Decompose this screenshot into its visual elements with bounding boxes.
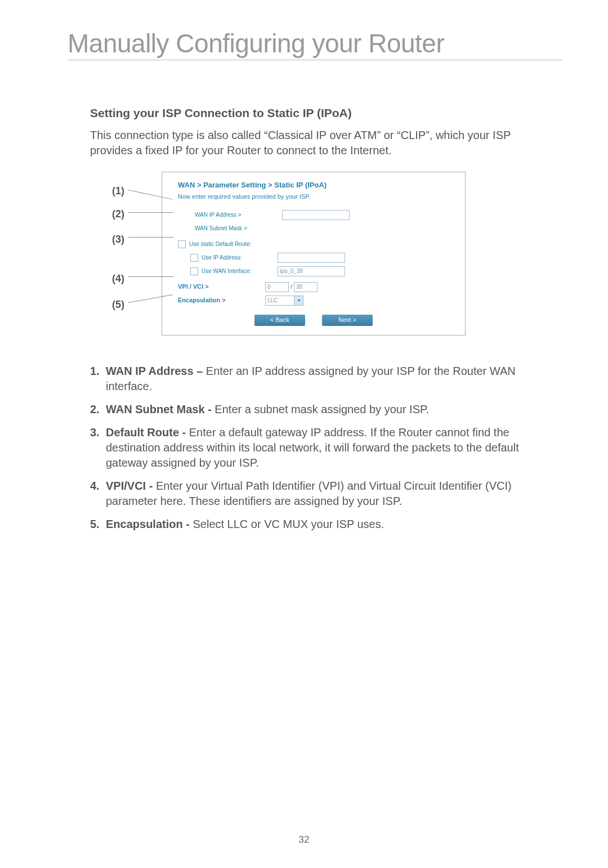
vci-input[interactable]: 38 [294,282,318,292]
document-page: Manually Configuring your Router Setting… [0,0,608,868]
label-encap: Encapsulation > [178,296,265,305]
list-item: 4. VPI/VCI - Enter your Virtual Path Ide… [90,478,546,509]
checkbox-use-ip[interactable] [190,254,198,262]
list-item-title: WAN IP Address – [106,365,206,377]
content-body: Setting your ISP Connection to Static IP… [90,105,546,532]
label-use-wan-if: Use WAN Interface: [178,267,278,275]
list-item-title: WAN Subnet Mask - [106,403,214,415]
router-settings-panel: WAN > Parameter Setting > Static IP (IPo… [162,172,466,335]
callout-5: (5) [112,298,124,311]
section-heading: Setting your ISP Connection to Static IP… [90,105,546,121]
list-item: 3. Default Route - Enter a default gatew… [90,425,546,471]
row-vpi-vci: VPI / VCI > 0 / 38 [178,281,449,293]
use-ip-input[interactable] [278,253,345,263]
callout-1: (1) [112,184,124,198]
callout-line [128,276,173,277]
vpi-input[interactable]: 0 [265,282,289,292]
list-number: 1. [90,364,106,394]
list-item-title: Default Route - [106,426,189,439]
label-subnet: WAN Subnet Mask > [178,225,282,232]
list-item-title: Encapsulation - [106,518,193,530]
callout-4: (4) [112,272,124,285]
list-item: 1. WAN IP Address – Enter an IP address … [90,364,546,394]
row-wan-ip: WAN IP Address > [178,209,449,221]
section-text: This connection type is also called “Cla… [90,128,546,158]
row-static-route: Use static Default Route: [178,238,449,250]
row-subnet: WAN Subnet Mask > [178,222,449,235]
list-item-title: VPI/VCI - [106,480,156,492]
label-use-ip-text: Use IP Address: [202,254,242,262]
list-number: 2. [90,402,106,417]
page-number: 32 [0,834,608,845]
label-vpi-vci: VPI / VCI > [178,283,265,291]
back-button[interactable]: < Back [254,315,305,326]
encapsulation-select[interactable]: LLC [265,296,303,306]
divider [68,60,563,60]
list-number: 3. [90,425,106,471]
list-number: 5. [90,517,106,532]
callout-3: (3) [112,232,124,246]
list-item: 2. WAN Subnet Mask - Enter a subnet mask… [90,402,546,417]
wan-interface-input[interactable]: ipa_0_38 [278,266,345,276]
label-static-route-text: Use static Default Route: [189,240,252,248]
slash-separator: / [290,283,292,291]
row-use-ip: Use IP Address: [178,252,449,264]
button-row: < Back Next > [178,315,449,326]
row-encap: Encapsulation > LLC [178,294,449,307]
list-item-body: Enter a subnet mask assigned by your ISP… [214,403,429,415]
label-use-wan-if-text: Use WAN Interface: [202,267,251,275]
breadcrumb: WAN > Parameter Setting > Static IP (IPo… [178,180,449,190]
router-panel-figure: (1) (2) (3) (4) (5) WAN > Parameter Sett… [121,172,515,335]
callout-line [128,237,173,238]
label-static-route: Use static Default Route: [178,240,265,248]
panel-description: Now enter required values provided by yo… [178,193,449,201]
checkbox-use-wan-if[interactable] [190,267,198,275]
next-button[interactable]: Next > [322,315,373,326]
list-item-body: Select LLC or VC MUX your ISP uses. [193,518,384,530]
label-use-ip: Use IP Address: [178,254,278,262]
wan-ip-input[interactable] [282,210,350,220]
list-item-body: Enter your Virtual Path Identifier (VPI)… [106,480,512,507]
page-title: Manually Configuring your Router [68,28,563,59]
definition-list: 1. WAN IP Address – Enter an IP address … [90,364,546,532]
checkbox-static-route[interactable] [178,240,186,248]
label-wan-ip: WAN IP Address > [178,211,282,219]
row-use-wan-if: Use WAN Interface: ipa_0_38 [178,265,449,278]
list-number: 4. [90,478,106,509]
callout-2: (2) [112,207,124,221]
callout-line [128,212,173,213]
list-item: 5. Encapsulation - Select LLC or VC MUX … [90,517,546,532]
